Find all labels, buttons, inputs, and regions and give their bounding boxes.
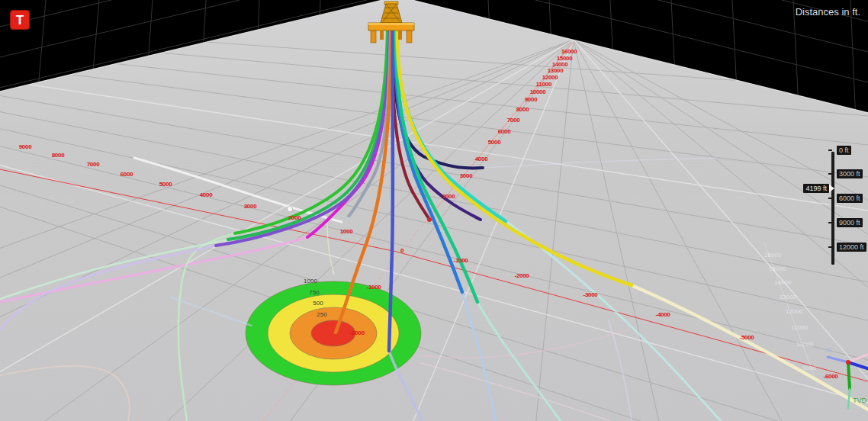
well-silver-tip-marker xyxy=(345,217,349,221)
3d-well-viewport[interactable]: N TVD 9000800070006000500040003000200010… xyxy=(0,0,868,421)
well-crimson-tip-marker xyxy=(427,217,432,222)
scene-canvas: N TVD xyxy=(0,0,868,421)
triad-tvd-label: TVD xyxy=(853,397,867,404)
app-icon[interactable]: T xyxy=(10,10,30,30)
target-bullseye xyxy=(246,281,421,385)
triad-north-label: N xyxy=(826,346,831,354)
units-label: Distances in ft. xyxy=(796,6,860,18)
casing-point-marker xyxy=(288,207,293,212)
